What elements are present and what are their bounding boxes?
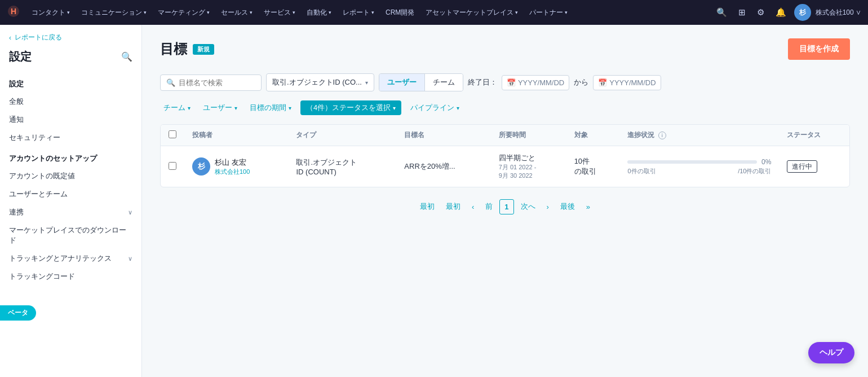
sidebar-item-security[interactable]: セキュリティー <box>0 129 141 147</box>
from-label: から <box>574 77 588 87</box>
filter-tag-user[interactable]: ユーザー ▾ <box>200 100 241 115</box>
duration-dates: 7月 01 2022 - 9月 30 2022 <box>499 163 559 180</box>
settings-icon[interactable]: ⚙ <box>754 5 768 20</box>
search-icon: 🔍 <box>166 78 175 87</box>
th-type: タイプ <box>288 125 396 146</box>
help-button[interactable]: ヘルプ <box>808 342 854 363</box>
author-avatar: 杉 <box>192 157 210 176</box>
sidebar-item-marketplace-downloads[interactable]: マーケットプレイスでのダウンロード <box>0 221 141 249</box>
sidebar-item-account-defaults[interactable]: アカウントの既定値 <box>0 167 141 185</box>
last-page-label[interactable]: 最後 <box>556 199 579 214</box>
chevron-down-icon: ▾ <box>293 10 295 15</box>
nav-automation[interactable]: 自動化 ▾ <box>302 6 336 20</box>
next-page-label[interactable]: 次へ <box>516 199 540 214</box>
search-icon[interactable]: 🔍 <box>713 5 730 20</box>
chevron-down-icon: ▾ <box>457 105 459 111</box>
nav-contacts[interactable]: コンタクト ▾ <box>27 6 74 20</box>
date-to-input[interactable]: 📅 YYYY/MM/DD <box>593 75 661 90</box>
nav-sales[interactable]: セールス ▾ <box>216 6 257 20</box>
chevron-left-icon: ‹ <box>9 34 11 42</box>
first-page-btn[interactable]: 最初 <box>415 199 439 214</box>
progress-bar-wrap: 0% <box>627 158 771 166</box>
first-page-label: 最初 <box>441 199 465 214</box>
prev-page-label[interactable]: 前 <box>481 199 497 214</box>
hubspot-logo[interactable]: H <box>7 5 20 21</box>
end-date-label: 終了日： <box>468 77 497 87</box>
th-checkbox <box>161 125 184 146</box>
th-duration: 所要時間 <box>491 125 566 146</box>
sidebar-item-tracking-code[interactable]: トラッキングコード <box>0 268 141 286</box>
calendar-icon: 📅 <box>507 78 516 87</box>
sidebar-item-tracking-analytics[interactable]: トラッキングとアナリテックス ∨ <box>0 249 141 268</box>
avatar[interactable]: 杉 <box>794 4 811 21</box>
th-status: ステータス <box>779 125 849 146</box>
chevron-down-icon: ▾ <box>144 10 147 15</box>
new-badge: 新規 <box>193 44 214 55</box>
row-checkbox[interactable] <box>169 162 176 170</box>
bell-icon[interactable]: 🔔 <box>772 5 790 20</box>
nav-marketplace[interactable]: アセットマーケットプレイス ▾ <box>421 6 522 20</box>
object-type-dropdown[interactable]: 取引.オブジェクトID (CO... ▾ <box>266 73 374 91</box>
chevron-down-icon: ▾ <box>515 10 518 15</box>
nav-marketing[interactable]: マーケティング ▾ <box>153 6 214 20</box>
last-page-btn[interactable]: » <box>582 200 595 214</box>
main-content: 目標 新規 目標を作成 🔍 取引.オブジェクトID (CO... ▾ ユーザー … <box>142 25 868 377</box>
author-cell: 杉 杉山 友宏 株式会社100 <box>184 146 288 187</box>
search-icon[interactable]: 🔍 <box>121 51 132 62</box>
app-layout: ‹ レポートに戻る 設定 🔍 設定 全般 通知 セキュリティー アカウントのセッ… <box>0 25 868 377</box>
chevron-down-icon: ▾ <box>250 10 253 15</box>
filter-tag-period[interactable]: 目標の期間 ▾ <box>246 100 295 115</box>
status-badge: 進行中 <box>787 160 817 173</box>
chevron-down-icon: ▾ <box>371 10 374 15</box>
sidebar-title: 設定 <box>9 49 32 64</box>
table-body: 杉 杉山 友宏 株式会社100 取引.オブジェクトID (COUNT) ARRを… <box>161 146 849 187</box>
author-name: 杉山 友宏 <box>215 157 250 168</box>
pagination: 最初 最初 ‹ 前 1 次へ › 最後 » <box>160 199 850 214</box>
progress-details: 0件の取引 /10件の取引 <box>627 167 771 176</box>
company-name[interactable]: 株式会社100 ∨ <box>816 8 861 17</box>
user-toggle-btn[interactable]: ユーザー <box>379 74 424 91</box>
nav-crm[interactable]: CRM開発 <box>381 6 419 20</box>
sidebar-item-integrations[interactable]: 連携 ∨ <box>0 203 141 221</box>
filter-tag-status[interactable]: （4件）ステータスを選択 ▾ <box>300 100 401 115</box>
select-all-checkbox[interactable] <box>169 130 176 138</box>
chevron-right-icon: ∨ <box>128 255 132 262</box>
filter-tag-team[interactable]: チーム ▾ <box>160 100 194 115</box>
chevron-down-icon: ▾ <box>207 10 210 15</box>
sidebar: ‹ レポートに戻る 設定 🔍 設定 全般 通知 セキュリティー アカウントのセッ… <box>0 25 142 377</box>
status-cell: 進行中 <box>779 146 849 187</box>
author-company[interactable]: 株式会社100 <box>215 168 250 176</box>
back-to-reports[interactable]: ‹ レポートに戻る <box>0 25 141 47</box>
grid-icon[interactable]: ⊞ <box>735 5 749 20</box>
chevron-down-icon: ▾ <box>188 105 191 111</box>
chevron-down-icon: ▾ <box>67 10 70 15</box>
sidebar-item-notifications[interactable]: 通知 <box>0 111 141 129</box>
sidebar-item-users-teams[interactable]: ユーザーとチーム <box>0 185 141 203</box>
table-row: 杉 杉山 友宏 株式会社100 取引.オブジェクトID (COUNT) ARRを… <box>161 146 849 187</box>
page-title: 目標 <box>160 40 187 58</box>
filter-tag-pipeline[interactable]: パイプライン ▾ <box>407 100 463 115</box>
row-checkbox-cell <box>161 146 184 187</box>
nav-reports[interactable]: レポート ▾ <box>338 6 379 20</box>
nav-partner[interactable]: パートナー ▾ <box>525 6 572 20</box>
chevron-right-icon[interactable]: › <box>542 200 553 214</box>
search-box[interactable]: 🔍 <box>160 74 262 91</box>
nav-service[interactable]: サービス ▾ <box>259 6 300 20</box>
date-from-input[interactable]: 📅 YYYY/MM/DD <box>502 75 569 90</box>
info-icon[interactable]: i <box>658 131 666 139</box>
chevron-left-icon[interactable]: ‹ <box>467 200 479 214</box>
goal-name-cell: ARRを20%増... <box>396 146 490 187</box>
filter-tags-bar: チーム ▾ ユーザー ▾ 目標の期間 ▾ （4件）ステータスを選択 ▾ パイプラ… <box>160 100 850 115</box>
team-toggle-btn[interactable]: チーム <box>424 74 463 91</box>
search-input[interactable] <box>179 78 252 87</box>
page-title-area: 目標 新規 <box>160 40 214 58</box>
progress-cell: 0% 0件の取引 /10件の取引 <box>619 146 779 187</box>
target-cell: 10件の取引 <box>566 146 620 187</box>
goal-type: 取引.オブジェクトID (COUNT) <box>296 158 357 176</box>
create-goal-button[interactable]: 目標を作成 <box>788 38 850 60</box>
current-page-btn[interactable]: 1 <box>499 199 513 214</box>
nav-communications[interactable]: コミュニケーション ▾ <box>77 6 151 20</box>
beta-label[interactable]: ベータ <box>0 305 36 321</box>
goals-table: 投稿者 タイプ 目標名 所要時間 対象 進捗状況 <box>160 124 850 187</box>
sidebar-item-general[interactable]: 全般 <box>0 93 141 111</box>
